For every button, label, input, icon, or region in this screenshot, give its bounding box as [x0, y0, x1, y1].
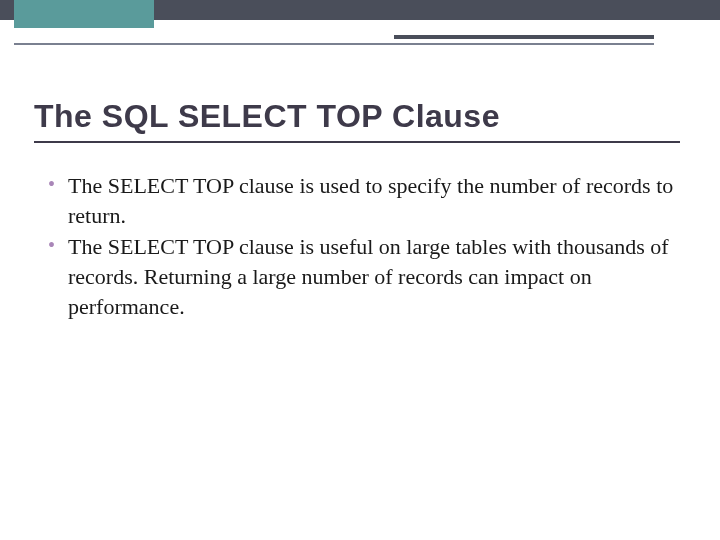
- list-item: The SELECT TOP clause is used to specify…: [48, 171, 680, 230]
- band-long-underline: [14, 43, 654, 45]
- list-item: The SELECT TOP clause is useful on large…: [48, 232, 680, 321]
- band-teal-accent: [14, 0, 154, 28]
- slide-content: The SQL SELECT TOP Clause The SELECT TOP…: [34, 98, 680, 323]
- band-short-underline: [394, 35, 654, 39]
- decorative-top-band: [0, 0, 720, 32]
- bullet-list: The SELECT TOP clause is used to specify…: [34, 171, 680, 321]
- slide-title: The SQL SELECT TOP Clause: [34, 98, 680, 143]
